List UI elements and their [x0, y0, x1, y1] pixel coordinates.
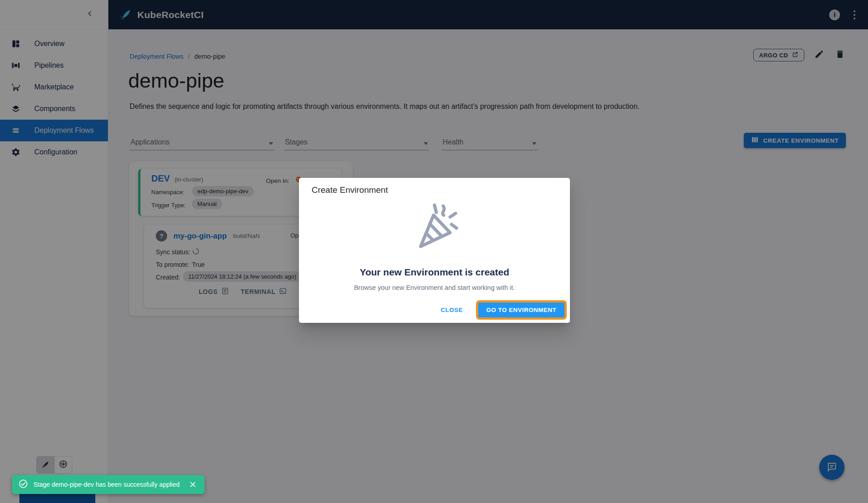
dialog-heading: Your new Environment is created: [299, 267, 570, 278]
party-popper-icon: [407, 200, 462, 256]
dialog-title: Create Environment: [312, 185, 388, 195]
go-to-environment-button[interactable]: GO TO ENVIRONMENT: [478, 303, 565, 317]
snackbar-close-icon[interactable]: [187, 479, 198, 490]
success-snackbar: Stage demo-pipe-dev has been successfull…: [12, 475, 205, 494]
create-environment-dialog: Create Environment Your new Environment …: [299, 178, 570, 323]
app-window: Overview Pipelines Marketplace Component…: [0, 0, 868, 503]
dialog-actions: CLOSE GO TO ENVIRONMENT: [438, 303, 565, 317]
close-button[interactable]: CLOSE: [438, 303, 466, 317]
snackbar-message: Stage demo-pipe-dev has been successfull…: [33, 481, 187, 488]
check-circle-icon: [19, 479, 28, 490]
dialog-body-text: Browse your new Environment and start wo…: [299, 284, 570, 291]
